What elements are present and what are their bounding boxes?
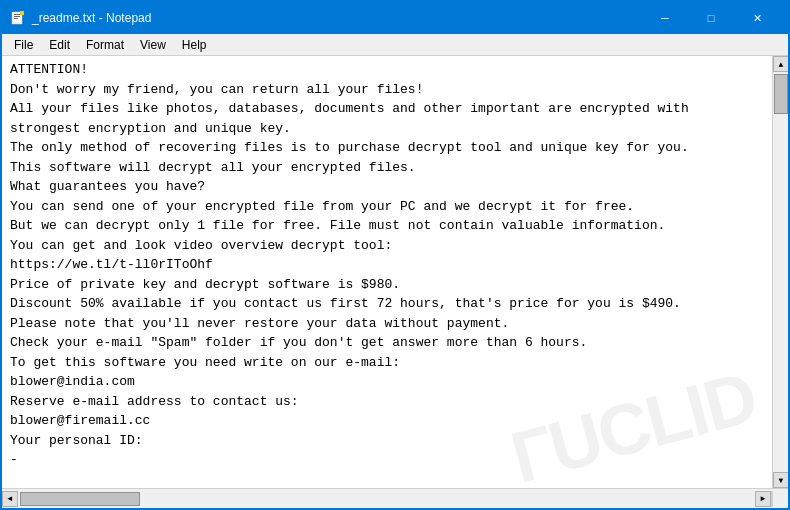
vertical-scrollbar[interactable]: ▲ ▼ (772, 56, 788, 488)
bottom-bar: ◄ ► (2, 488, 788, 508)
horizontal-scrollbar[interactable]: ◄ ► (2, 491, 772, 507)
menu-edit[interactable]: Edit (41, 36, 78, 54)
scrollbar-corner (772, 491, 788, 507)
content-area: ATTENTION! Don't worry my friend, you ca… (2, 56, 788, 488)
menu-format[interactable]: Format (78, 36, 132, 54)
close-button[interactable]: ✕ (734, 2, 780, 34)
menu-view[interactable]: View (132, 36, 174, 54)
svg-rect-2 (14, 16, 20, 17)
scroll-track-y[interactable] (773, 72, 788, 472)
scroll-up-arrow[interactable]: ▲ (773, 56, 788, 72)
window-title: _readme.txt - Notepad (32, 11, 642, 25)
scroll-left-arrow[interactable]: ◄ (2, 491, 18, 507)
text-content[interactable]: ATTENTION! Don't worry my friend, you ca… (2, 56, 772, 488)
minimize-button[interactable]: ─ (642, 2, 688, 34)
scroll-thumb-x[interactable] (20, 492, 140, 506)
scroll-down-arrow[interactable]: ▼ (773, 472, 788, 488)
menu-bar: File Edit Format View Help (2, 34, 788, 56)
notepad-icon (10, 10, 26, 26)
svg-rect-3 (14, 18, 18, 19)
notepad-window: _readme.txt - Notepad ─ □ ✕ File Edit Fo… (0, 0, 790, 510)
scroll-thumb-y[interactable] (774, 74, 788, 114)
window-controls: ─ □ ✕ (642, 2, 780, 34)
scroll-right-arrow[interactable]: ► (755, 491, 771, 507)
scroll-track-x[interactable] (18, 491, 755, 507)
svg-rect-1 (14, 14, 20, 15)
menu-help[interactable]: Help (174, 36, 215, 54)
maximize-button[interactable]: □ (688, 2, 734, 34)
svg-rect-4 (20, 11, 24, 15)
title-bar: _readme.txt - Notepad ─ □ ✕ (2, 2, 788, 34)
menu-file[interactable]: File (6, 36, 41, 54)
